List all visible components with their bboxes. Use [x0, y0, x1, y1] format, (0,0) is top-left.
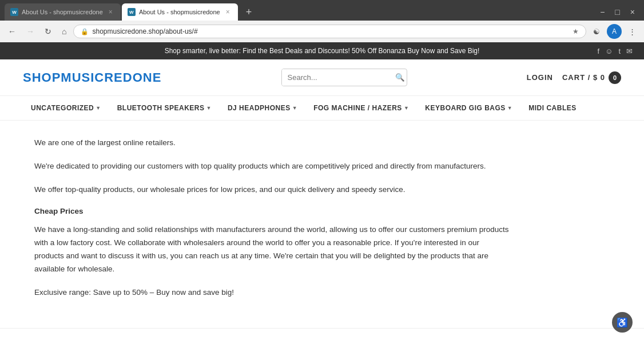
- nav-menu: UNCATEGORIZED ▼ BLUETOOTH SPEAKERS ▼ DJ …: [0, 95, 644, 121]
- email-icon[interactable]: ✉: [626, 47, 633, 55]
- minimize-button[interactable]: −: [595, 6, 609, 18]
- site-logo[interactable]: SHOPMUSICREDONE: [23, 70, 161, 85]
- tab2-close-icon[interactable]: ×: [224, 7, 232, 17]
- browser-tab-1[interactable]: W About Us - shopmusicredone ×: [5, 3, 121, 21]
- nav-chevron-dj: ▼: [292, 105, 297, 111]
- twitter-icon[interactable]: t: [618, 47, 621, 55]
- add-tab-button[interactable]: +: [241, 4, 257, 21]
- site-header: SHOPMUSICREDONE 🔍 LOGIN CART / $ 0 0: [0, 59, 644, 95]
- close-button[interactable]: ×: [626, 6, 639, 18]
- nav-label-uncategorized: UNCATEGORIZED: [31, 104, 94, 112]
- back-button[interactable]: ←: [5, 25, 19, 38]
- forward-button[interactable]: →: [23, 25, 38, 38]
- nav-label-fog: FOG MACHINE / HAZERS: [313, 104, 402, 112]
- login-button[interactable]: LOGIN: [527, 73, 553, 82]
- search-bar[interactable]: 🔍: [281, 69, 407, 86]
- para-2: We're dedicated to providing our custome…: [34, 160, 509, 173]
- address-bar-row: ← → ↻ ⌂ 🔒 shopmusicredone.shop/about-us/…: [0, 21, 644, 42]
- nav-chevron-fog: ▼: [404, 105, 409, 111]
- search-input[interactable]: [282, 69, 389, 86]
- security-icon: 🔒: [81, 28, 89, 35]
- tab1-label: About Us - shopmusicredone: [22, 9, 103, 15]
- footer-payment: VISA PayPal stripe CASH ONDELIVERY: [0, 328, 644, 345]
- tab2-favicon: W: [128, 8, 136, 16]
- top-banner: Shop smarter, live better: Find the Best…: [0, 42, 644, 59]
- search-button[interactable]: 🔍: [389, 69, 407, 86]
- facebook-icon[interactable]: f: [597, 47, 599, 55]
- cart-label: CART / $ 0: [562, 73, 605, 82]
- accessibility-widget[interactable]: ♿: [612, 312, 633, 333]
- home-button[interactable]: ⌂: [58, 25, 70, 38]
- main-content: We are one of the largest online retaile…: [0, 121, 543, 317]
- nav-item-bluetooth[interactable]: BLUETOOTH SPEAKERS ▼: [109, 96, 220, 120]
- nav-item-fog[interactable]: FOG MACHINE / HAZERS ▼: [305, 96, 417, 120]
- heading-cheap-prices: Cheap Prices: [34, 207, 509, 215]
- address-bar[interactable]: 🔒 shopmusicredone.shop/about-us/# ★: [73, 25, 586, 38]
- nav-label-bluetooth: BLUETOOTH SPEAKERS: [117, 104, 205, 112]
- website-content: Shop smarter, live better: Find the Best…: [0, 42, 644, 344]
- header-right: LOGIN CART / $ 0 0: [527, 71, 621, 84]
- extensions-button[interactable]: ☯: [590, 25, 603, 38]
- banner-text: Shop smarter, live better: Find the Best…: [165, 47, 480, 55]
- restore-button[interactable]: □: [610, 6, 624, 18]
- para-4: We have a long-standing and solid relati…: [34, 223, 509, 276]
- tab1-favicon: W: [10, 8, 18, 16]
- tab2-label: About Us - shopmusicredone: [139, 9, 220, 15]
- window-controls: − □ ×: [595, 6, 639, 18]
- nav-item-uncategorized[interactable]: UNCATEGORIZED ▼: [23, 96, 109, 120]
- nav-chevron-keyboard: ▼: [507, 105, 512, 111]
- bookmark-icon[interactable]: ★: [573, 27, 579, 35]
- nav-chevron-bluetooth: ▼: [206, 105, 212, 111]
- address-url: shopmusicredone.shop/about-us/#: [92, 27, 569, 35]
- social-icons: f ☺ t ✉: [597, 47, 633, 55]
- instagram-icon[interactable]: ☺: [605, 47, 613, 55]
- nav-label-midi: MIDI CABLES: [528, 104, 577, 112]
- nav-chevron-uncategorized: ▼: [96, 105, 101, 111]
- nav-label-keyboard: KEYBOARD GIG BAGS: [425, 104, 506, 112]
- reload-button[interactable]: ↻: [41, 25, 55, 38]
- cart-count: 0: [609, 71, 621, 84]
- nav-item-midi[interactable]: MIDI CABLES: [520, 96, 585, 120]
- nav-item-keyboard[interactable]: KEYBOARD GIG BAGS ▼: [417, 96, 520, 120]
- profile-button[interactable]: A: [607, 24, 622, 39]
- tab1-close-icon[interactable]: ×: [106, 7, 115, 17]
- browser-tab-2[interactable]: W About Us - shopmusicredone ×: [122, 3, 238, 21]
- nav-item-dj[interactable]: DJ HEADPHONES ▼: [220, 96, 305, 120]
- cart-button[interactable]: CART / $ 0 0: [562, 71, 621, 84]
- para-5: Exclusive range: Save up to 50% – Buy no…: [34, 286, 509, 299]
- more-options-button[interactable]: ⋮: [625, 25, 639, 38]
- nav-label-dj: DJ HEADPHONES: [228, 104, 291, 112]
- para-1: We are one of the largest online retaile…: [34, 137, 509, 150]
- para-3: We offer top-quality products, our whole…: [34, 183, 509, 197]
- tab-bar: W About Us - shopmusicredone × W About U…: [5, 3, 595, 21]
